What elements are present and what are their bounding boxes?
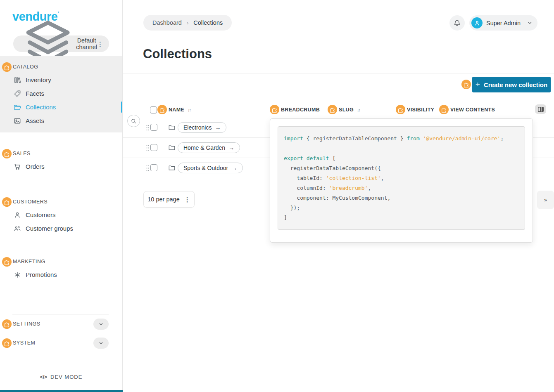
sidebar-item-inventory[interactable]: Inventory bbox=[0, 73, 122, 87]
column-settings-button[interactable] bbox=[535, 104, 546, 114]
collection-name: Sports & Outdoor bbox=[183, 165, 228, 171]
channel-selector[interactable]: Default channel ⋮ bbox=[13, 35, 109, 52]
arrow-right-icon: → bbox=[215, 124, 221, 131]
dev-mode-toggle[interactable]: </> DEV MODE bbox=[0, 374, 122, 380]
plugin-badge-icon[interactable] bbox=[2, 197, 12, 207]
plus-icon: + bbox=[476, 80, 480, 89]
column-header-slug[interactable]: SLUG bbox=[339, 107, 354, 113]
next-page-button[interactable]: » bbox=[537, 191, 554, 209]
sidebar-item-assets[interactable]: Assets bbox=[0, 114, 122, 128]
arrow-right-icon: → bbox=[231, 165, 237, 171]
folder-icon bbox=[168, 144, 176, 151]
channel-label: Default channel bbox=[76, 37, 97, 50]
nav-section-settings[interactable]: SETTINGS bbox=[0, 314, 122, 333]
asterisk-icon bbox=[14, 271, 21, 279]
nav-section-customers: CUSTOMERS bbox=[0, 196, 122, 208]
plugin-badge-icon[interactable] bbox=[2, 257, 12, 267]
code-block: import { registerDataTableComponent } fr… bbox=[278, 126, 525, 230]
sidebar-nav: CATALOG Inventory Facets Collections Ass… bbox=[0, 56, 122, 352]
column-header-visibility[interactable]: VISIBILITY bbox=[407, 107, 434, 113]
drag-handle-icon[interactable] bbox=[146, 125, 149, 131]
image-icon bbox=[14, 117, 21, 125]
breadcrumb-separator-icon: › bbox=[187, 20, 188, 26]
notifications-button[interactable] bbox=[449, 15, 465, 31]
user-menu[interactable]: Super Admin bbox=[469, 15, 537, 31]
avatar bbox=[471, 17, 483, 28]
sidebar-item-facets[interactable]: Facets bbox=[0, 87, 122, 100]
plugin-badge-icon[interactable] bbox=[2, 149, 12, 158]
header-divider bbox=[123, 73, 554, 73]
nav-section-marketing: MARKETING bbox=[0, 255, 122, 268]
sort-icon[interactable]: ↓↑ bbox=[357, 107, 360, 112]
chevron-down-icon bbox=[527, 20, 533, 26]
plugin-badge-icon[interactable] bbox=[396, 105, 405, 114]
drag-handle-icon[interactable] bbox=[146, 145, 149, 151]
select-all-checkbox[interactable] bbox=[150, 106, 157, 113]
dev-mode-label: DEV MODE bbox=[50, 374, 82, 380]
nav-item-label: Orders bbox=[26, 163, 45, 170]
nav-section-sales: SALES bbox=[0, 147, 122, 160]
chevron-down-icon bbox=[98, 340, 104, 346]
plugin-badge-icon[interactable] bbox=[439, 105, 449, 114]
plugin-badge-icon[interactable] bbox=[157, 105, 167, 114]
bell-icon bbox=[453, 19, 461, 27]
breadcrumb-dashboard-link[interactable]: Dashboard bbox=[152, 19, 182, 26]
per-page-label: 10 per page bbox=[147, 196, 179, 203]
collection-name-chip[interactable]: Electronics → bbox=[178, 122, 226, 133]
channel-kebab-icon[interactable]: ⋮ bbox=[97, 41, 103, 47]
plugin-badge-icon[interactable] bbox=[2, 62, 12, 72]
search-icon bbox=[131, 118, 137, 124]
collection-name: Electronics bbox=[183, 124, 212, 131]
per-page-kebab-icon: ⋮ bbox=[184, 196, 190, 203]
plugin-badge-icon[interactable] bbox=[461, 80, 471, 89]
drag-handle-icon[interactable] bbox=[146, 165, 149, 171]
nav-item-label: Assets bbox=[26, 117, 44, 124]
create-collection-button[interactable]: + Create new collection bbox=[472, 77, 551, 92]
sidebar-item-customers[interactable]: Customers bbox=[0, 208, 122, 222]
sidebar-item-orders[interactable]: Orders bbox=[0, 160, 122, 173]
nav-item-label: Promotions bbox=[26, 271, 57, 278]
sidebar-item-collections[interactable]: Collections bbox=[0, 100, 122, 114]
nav-section-label: MARKETING bbox=[13, 259, 45, 264]
row-checkbox[interactable] bbox=[150, 164, 157, 171]
code-icon: </> bbox=[40, 374, 47, 380]
sidebar-item-customer-groups[interactable]: Customer groups bbox=[0, 222, 122, 235]
column-header-view-contents[interactable]: VIEW CONTENTS bbox=[450, 107, 495, 113]
breadcrumb-collections-link[interactable]: Collections bbox=[193, 19, 223, 26]
dev-mode-strip bbox=[0, 390, 123, 392]
collection-name: Home & Garden bbox=[183, 144, 225, 151]
items-per-page-button[interactable]: 10 per page ⋮ bbox=[143, 191, 195, 208]
plugin-badge-icon[interactable] bbox=[270, 105, 279, 114]
columns-icon bbox=[538, 107, 544, 112]
column-header-name[interactable]: NAME bbox=[169, 107, 184, 113]
nav-section-label: SALES bbox=[13, 151, 31, 156]
folder-icon bbox=[14, 104, 21, 111]
nav-group-marketing: MARKETING Promotions bbox=[0, 250, 122, 286]
nav-group-catalog: CATALOG Inventory Facets Collections Ass… bbox=[0, 56, 122, 132]
row-checkbox[interactable] bbox=[150, 124, 157, 131]
sidebar-item-promotions[interactable]: Promotions bbox=[0, 268, 122, 281]
nav-section-system[interactable]: SYSTEM bbox=[0, 333, 122, 352]
nav-item-label: Customers bbox=[26, 211, 56, 218]
table-search-button[interactable] bbox=[127, 115, 140, 127]
sort-icon[interactable]: ↓↑ bbox=[188, 107, 190, 112]
collection-name-chip[interactable]: Home & Garden → bbox=[178, 142, 240, 153]
arrow-right-icon: → bbox=[228, 144, 234, 151]
library-icon bbox=[14, 76, 21, 84]
main-content: Dashboard › Collections Super Admin Coll… bbox=[123, 0, 554, 392]
nav-section-label: CUSTOMERS bbox=[13, 199, 48, 205]
column-header-breadcrumb[interactable]: BREADCRUMB bbox=[281, 107, 320, 113]
nav-section-label: CATALOG bbox=[13, 64, 38, 70]
nav-section-catalog: CATALOG bbox=[0, 61, 122, 73]
row-checkbox[interactable] bbox=[150, 144, 157, 151]
system-expand-button[interactable] bbox=[93, 338, 109, 349]
plugin-badge-icon[interactable] bbox=[2, 338, 12, 348]
double-chevron-right-icon: » bbox=[544, 197, 547, 203]
chevron-down-icon bbox=[98, 321, 104, 327]
plugin-badge-icon[interactable] bbox=[328, 105, 337, 114]
folder-icon bbox=[168, 124, 176, 131]
collection-name-chip[interactable]: Sports & Outdoor → bbox=[178, 163, 243, 173]
user-name: Super Admin bbox=[486, 20, 521, 26]
plugin-badge-icon[interactable] bbox=[2, 319, 12, 329]
settings-expand-button[interactable] bbox=[93, 319, 109, 330]
